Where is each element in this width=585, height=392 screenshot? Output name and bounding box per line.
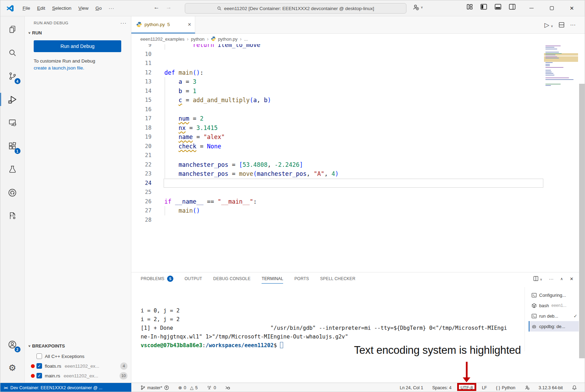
code-line-20[interactable]: 20 check = None (131, 142, 585, 151)
code-line-24[interactable]: 24 (131, 179, 585, 188)
menu-item-go[interactable]: Go (92, 4, 105, 13)
code-line-22[interactable]: 22 manchester_pos = [53.4808, -2.2426] (131, 160, 585, 170)
toggle-secondary-sidebar-icon[interactable] (509, 4, 516, 10)
code-line-17[interactable]: 17 num = 2 (131, 114, 585, 123)
close-button[interactable]: ✕ (562, 0, 582, 16)
sidebar-item-tools[interactable] (4, 207, 21, 224)
breadcrumb-item[interactable]: python.py (211, 36, 237, 42)
code-line-9[interactable]: 9 return item_to_move (131, 44, 585, 50)
breakpoints-header[interactable]: ∨ BREAKPOINTS (25, 343, 131, 351)
back-arrow-icon[interactable]: ← (150, 3, 163, 11)
problems-status-item[interactable]: ⊗ 0 △ 5 (178, 385, 198, 390)
run-section-header[interactable]: ∨ RUN (25, 30, 131, 38)
tab-python-py[interactable]: python.py 5 ✕ (131, 16, 195, 33)
breakpoint-row[interactable]: floats.rseeen11202_ex...4 (26, 361, 131, 371)
code-line-12[interactable]: 12def main(): (131, 68, 585, 77)
panel-tab-output[interactable]: OUTPUT (184, 272, 202, 285)
titlebar-account-button[interactable]: ∨ (412, 4, 423, 11)
split-editor-icon[interactable] (559, 22, 565, 28)
panel-tab-debug-console[interactable]: DEBUG CONSOLE (213, 272, 250, 285)
menu-item-file[interactable]: File (19, 4, 34, 13)
toggle-panel-icon[interactable] (495, 4, 501, 10)
branch-status-item[interactable]: master* (140, 385, 169, 390)
maximize-button[interactable] (542, 0, 562, 16)
code-line-15[interactable]: 15 c = add_and_multiply(a, b) (131, 96, 585, 105)
notifications-item[interactable] (572, 385, 577, 390)
language-mode-item[interactable]: { } Python (496, 385, 516, 390)
menu-item-selection[interactable]: Selection (49, 4, 75, 13)
code-line-19[interactable]: 19 name = "alex" (131, 132, 585, 142)
command-center-search[interactable]: eeen11202 [Dev Container: EEEN1XXX2 devc… (185, 3, 406, 14)
python-interpreter-item[interactable]: 3.12.3 64-bit (539, 385, 563, 390)
create-launch-json-link[interactable]: create a launch.json file. (34, 65, 84, 71)
code-line-27[interactable]: 27 main() (131, 206, 585, 215)
breakpoint-checkbox[interactable] (36, 373, 42, 378)
tab-close-icon[interactable]: ✕ (188, 22, 191, 27)
split-terminal-icon[interactable]: ∨ (533, 276, 542, 281)
debug-status-item[interactable] (225, 385, 230, 390)
code-line-14[interactable]: 14 b = 1 (131, 87, 585, 96)
breadcrumb-item[interactable]: eeen11202_examples (140, 36, 184, 42)
breadcrumb-item[interactable]: ... (244, 36, 248, 42)
code-line-10[interactable]: 10 (131, 50, 585, 59)
customize-layout-icon[interactable] (467, 4, 473, 10)
panel-tab-spell-checker[interactable]: SPELL CHECKER (320, 272, 356, 285)
panel-tab-problems[interactable]: PROBLEMS5 (141, 272, 173, 285)
terminal-list-item[interactable]: basheeen1... (529, 300, 579, 311)
accounts-button[interactable]: 2 (4, 336, 21, 353)
status-account-item[interactable] (525, 385, 530, 390)
cursor-position-item[interactable]: Ln 24, Col 1 (400, 385, 423, 390)
sidebar-item-explorer[interactable] (4, 21, 21, 38)
panel-tab-ports[interactable]: PORTS (294, 272, 309, 285)
sidebar-item-remote-explorer[interactable] (4, 114, 21, 131)
code-line-16[interactable]: 16 (131, 105, 585, 114)
toggle-primary-sidebar-icon[interactable] (480, 4, 487, 10)
run-and-debug-button[interactable]: Run and Debug (34, 40, 121, 52)
breadcrumb-item[interactable]: python (191, 36, 205, 42)
maximize-panel-icon[interactable]: ∧ (560, 277, 563, 281)
breakpoint-row[interactable]: All C++ Exceptions (26, 351, 131, 361)
ports-status-item[interactable]: 0 (207, 385, 216, 390)
code-line-28[interactable]: 28 (131, 215, 585, 225)
code-line-13[interactable]: 13 a = 3 (131, 77, 585, 87)
breakpoint-row[interactable]: main.rseeen11202_ex...10 (26, 371, 131, 381)
sidebar-item-testing[interactable] (4, 161, 21, 178)
sidebar-item-source-control[interactable]: 4 (4, 68, 21, 84)
panel-tab-terminal[interactable]: TERMINAL (262, 272, 283, 285)
scrollbar[interactable] (579, 84, 585, 358)
sidebar-item-search[interactable] (4, 44, 21, 61)
view-more-actions-icon[interactable]: ··· (121, 20, 127, 26)
sidebar-item-extensions[interactable]: 1 (4, 138, 21, 154)
breakpoint-checkbox[interactable] (36, 353, 42, 359)
panel-more-actions-icon[interactable]: ··· (549, 276, 554, 281)
menu-more-button[interactable]: ··· (105, 4, 118, 13)
minimize-button[interactable] (521, 0, 542, 16)
terminal-list-item[interactable]: Configuring... (529, 290, 579, 300)
code-editor[interactable]: 9 return item_to_move101112def main():13… (131, 44, 585, 272)
eol-item[interactable]: LF (482, 385, 487, 390)
editor-more-actions-icon[interactable]: ··· (570, 22, 576, 28)
code-line-11[interactable]: 11 (131, 59, 585, 68)
menu-item-edit[interactable]: Edit (34, 4, 49, 13)
close-panel-icon[interactable]: ✕ (570, 276, 574, 281)
code-line-18[interactable]: 18 nx = 3.1415 (131, 123, 585, 133)
code-line-26[interactable]: 26if __name__ == "__main__": (131, 197, 585, 206)
remote-indicator[interactable]: >< Dev Container: EEEN1XXX2 devcontainer… (0, 383, 131, 392)
settings-button[interactable]: ⚙ (4, 359, 21, 376)
minimap[interactable] (544, 45, 578, 128)
forward-arrow-icon[interactable]: → (163, 3, 175, 11)
code-line-21[interactable]: 21 (131, 151, 585, 160)
encoding-item[interactable]: UTF-8 (461, 385, 473, 390)
terminal-list-item[interactable]: run deb...✓ (529, 311, 579, 321)
indentation-item[interactable]: Spaces: 4 (432, 385, 452, 390)
terminal-list-item[interactable]: cppdbg: de... (529, 321, 579, 332)
code-line-23[interactable]: 23 manchester_pos = move(manchester_pos,… (131, 169, 585, 179)
menu-item-view[interactable]: View (75, 4, 92, 13)
sidebar-item-github[interactable] (4, 184, 21, 201)
code-line-25[interactable]: 25 (131, 188, 585, 197)
sidebar-item-run-and-debug[interactable] (4, 91, 21, 108)
terminal-output[interactable]: i = 0, j = 2i = 2, j = 2[1] + Done "/usr… (131, 285, 585, 350)
run-python-file-button[interactable]: ▷ ∨ (544, 21, 553, 29)
breakpoint-checkbox[interactable] (36, 363, 42, 369)
breakpoints-list: All C++ Exceptionsfloats.rseeen11202_ex.… (25, 351, 131, 381)
